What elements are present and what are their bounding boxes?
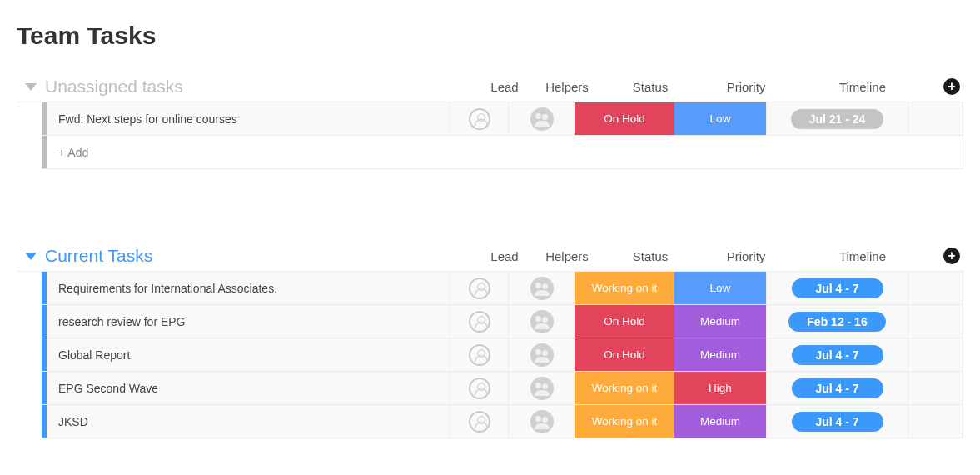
task-name[interactable]: Fwd: Next steps for online courses: [47, 102, 450, 135]
group-title[interactable]: Current Tasks: [45, 246, 152, 266]
task-row[interactable]: research review for EPGOn HoldMediumFeb …: [42, 305, 963, 338]
status-chip: Working on it: [575, 405, 674, 438]
priority-chip: Medium: [674, 338, 766, 371]
column-header-timeline[interactable]: Timeline: [792, 249, 933, 263]
task-row[interactable]: JKSDWorking on itMediumJul 4 - 7: [42, 405, 963, 438]
column-headers: LeadHelpersStatusPriorityTimeline: [475, 249, 933, 263]
priority-chip: Medium: [674, 305, 766, 338]
priority-chip: Low: [674, 102, 766, 135]
status-cell[interactable]: On Hold: [575, 102, 674, 135]
person-icon: [469, 411, 490, 432]
row-trailing-cell: [908, 405, 941, 438]
priority-chip: Low: [674, 272, 766, 304]
task-row[interactable]: Requirements for International Associate…: [42, 272, 963, 305]
task-group: Current TasksLeadHelpersStatusPriorityTi…: [17, 244, 963, 438]
column-header-priority[interactable]: Priority: [700, 249, 792, 263]
people-icon: [530, 310, 554, 333]
timeline-cell[interactable]: Jul 4 - 7: [766, 338, 908, 371]
helpers-cell[interactable]: [508, 102, 575, 135]
column-header-lead[interactable]: Lead: [475, 80, 534, 94]
status-cell[interactable]: Working on it: [575, 405, 674, 438]
task-group: Unassigned tasksLeadHelpersStatusPriorit…: [17, 75, 963, 169]
timeline-cell[interactable]: Feb 12 - 16: [766, 305, 908, 338]
timeline-pill: Jul 21 - 24: [791, 109, 884, 129]
task-row[interactable]: Fwd: Next steps for online coursesOn Hol…: [42, 102, 963, 136]
row-trailing-cell: [908, 272, 941, 304]
lead-cell[interactable]: [450, 372, 508, 404]
lead-cell[interactable]: [450, 102, 508, 135]
lead-cell[interactable]: [450, 305, 508, 338]
lead-cell[interactable]: [450, 272, 508, 304]
task-name[interactable]: JKSD: [47, 405, 450, 438]
timeline-pill: Jul 4 - 7: [792, 412, 883, 432]
helpers-cell[interactable]: [508, 338, 575, 371]
task-name[interactable]: EPG Second Wave: [47, 372, 450, 404]
lead-cell[interactable]: [450, 338, 508, 371]
column-header-lead[interactable]: Lead: [475, 249, 534, 263]
column-header-status[interactable]: Status: [600, 80, 700, 94]
priority-chip: High: [674, 372, 766, 404]
row-trailing-cell: [908, 338, 941, 371]
page-title: Team Tasks: [17, 22, 963, 50]
column-header-helpers[interactable]: Helpers: [534, 80, 600, 94]
status-chip: On Hold: [575, 338, 674, 371]
person-icon: [469, 108, 490, 130]
task-name[interactable]: Global Report: [47, 338, 450, 371]
status-cell[interactable]: On Hold: [575, 305, 674, 338]
task-row[interactable]: EPG Second WaveWorking on itHighJul 4 - …: [42, 372, 963, 405]
priority-cell[interactable]: Low: [674, 102, 766, 135]
people-icon: [530, 410, 554, 433]
timeline-cell[interactable]: Jul 4 - 7: [766, 405, 908, 438]
timeline-cell[interactable]: Jul 4 - 7: [766, 272, 908, 304]
add-column-button[interactable]: +: [943, 248, 960, 264]
column-header-helpers[interactable]: Helpers: [534, 249, 600, 263]
timeline-pill: Jul 4 - 7: [792, 378, 883, 398]
task-row[interactable]: Global ReportOn HoldMediumJul 4 - 7: [42, 338, 963, 372]
people-icon: [530, 108, 554, 131]
priority-cell[interactable]: Medium: [674, 305, 766, 338]
priority-cell[interactable]: High: [674, 372, 766, 404]
timeline-pill: Jul 4 - 7: [792, 278, 883, 298]
task-name[interactable]: research review for EPG: [47, 305, 450, 338]
add-task-row[interactable]: + Add: [42, 136, 963, 169]
helpers-cell[interactable]: [508, 272, 575, 304]
collapse-caret-icon[interactable]: [25, 252, 37, 260]
lead-cell[interactable]: [450, 405, 508, 438]
timeline-pill: Feb 12 - 16: [788, 312, 885, 332]
row-trailing-cell: [908, 102, 941, 135]
column-header-status[interactable]: Status: [600, 249, 700, 263]
timeline-pill: Jul 4 - 7: [792, 345, 883, 365]
people-icon: [530, 343, 554, 367]
status-chip: On Hold: [575, 305, 674, 338]
group-title[interactable]: Unassigned tasks: [45, 77, 183, 97]
group-header: Current TasksLeadHelpersStatusPriorityTi…: [17, 244, 963, 272]
status-chip: On Hold: [575, 102, 674, 135]
status-cell[interactable]: On Hold: [575, 338, 674, 371]
person-icon: [469, 344, 490, 366]
priority-chip: Medium: [674, 405, 766, 438]
people-icon: [530, 377, 554, 400]
priority-cell[interactable]: Low: [674, 272, 766, 304]
person-icon: [469, 378, 490, 399]
group-rows: Requirements for International Associate…: [42, 272, 963, 438]
timeline-cell[interactable]: Jul 4 - 7: [766, 372, 908, 404]
row-trailing-cell: [908, 372, 941, 404]
status-cell[interactable]: Working on it: [575, 272, 674, 304]
add-column-button[interactable]: +: [943, 78, 960, 95]
column-headers: LeadHelpersStatusPriorityTimeline: [475, 80, 933, 94]
helpers-cell[interactable]: [508, 372, 575, 404]
column-header-timeline[interactable]: Timeline: [792, 80, 933, 94]
helpers-cell[interactable]: [508, 305, 575, 338]
priority-cell[interactable]: Medium: [674, 405, 766, 438]
collapse-caret-icon[interactable]: [25, 83, 37, 91]
timeline-cell[interactable]: Jul 21 - 24: [766, 102, 908, 135]
status-chip: Working on it: [575, 372, 674, 404]
task-name[interactable]: Requirements for International Associate…: [47, 272, 450, 304]
person-icon: [469, 278, 490, 299]
status-cell[interactable]: Working on it: [575, 372, 674, 404]
column-header-priority[interactable]: Priority: [700, 80, 792, 94]
add-task-label[interactable]: + Add: [47, 136, 963, 168]
priority-cell[interactable]: Medium: [674, 338, 766, 371]
group-header: Unassigned tasksLeadHelpersStatusPriorit…: [17, 75, 963, 102]
helpers-cell[interactable]: [508, 405, 575, 438]
